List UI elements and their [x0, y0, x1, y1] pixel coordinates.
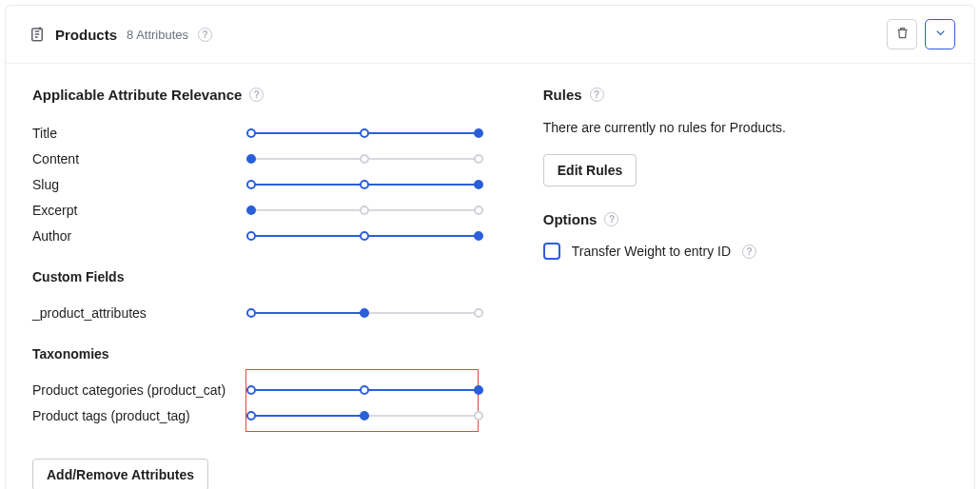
relevance-slider[interactable]	[251, 305, 479, 321]
relevance-slider[interactable]	[251, 151, 479, 166]
help-icon[interactable]	[249, 88, 264, 102]
relevance-section-title: Applicable Attribute Relevance	[32, 87, 242, 103]
slider-stop[interactable]	[246, 385, 256, 395]
attribute-label: Excerpt	[32, 203, 251, 218]
slider-stop[interactable]	[246, 231, 256, 241]
taxonomies-list: Product categories (product_cat)Product …	[32, 377, 479, 428]
relevance-section-title-row: Applicable Attribute Relevance	[32, 87, 479, 103]
slider-stop[interactable]	[474, 385, 483, 395]
transfer-weight-label: Transfer Weight to entry ID	[572, 244, 731, 259]
trash-icon	[895, 26, 910, 43]
relevance-slider[interactable]	[251, 382, 479, 398]
slider-stop[interactable]	[246, 180, 256, 189]
help-icon[interactable]	[742, 244, 756, 259]
slider-stop[interactable]	[474, 205, 483, 215]
relevance-slider[interactable]	[251, 203, 479, 218]
slider-stop[interactable]	[360, 231, 369, 241]
slider-stop[interactable]	[474, 308, 483, 318]
attribute-row: Content	[32, 146, 479, 171]
custom-fields-title: Custom Fields	[32, 269, 479, 284]
attribute-label: Slug	[32, 177, 251, 192]
edit-rules-button[interactable]: Edit Rules	[543, 154, 637, 186]
panel-title: Products	[55, 27, 117, 43]
help-icon[interactable]	[590, 88, 604, 102]
products-panel: Products 8 Attributes	[5, 5, 975, 489]
transfer-weight-row: Transfer Weight to entry ID	[543, 243, 948, 260]
slider-stop[interactable]	[246, 128, 256, 138]
attribute-label: Product tags (product_tag)	[32, 408, 251, 423]
delete-button[interactable]	[887, 19, 917, 49]
panel-header-actions	[887, 19, 955, 49]
relevance-slider[interactable]	[251, 126, 479, 141]
help-icon[interactable]	[604, 212, 618, 226]
attribute-label: Content	[32, 151, 251, 166]
add-remove-row: Add/Remove Attributes	[32, 459, 479, 489]
rules-column: Rules There are currently no rules for P…	[536, 87, 948, 489]
attribute-label: Author	[32, 228, 251, 244]
slider-stop[interactable]	[360, 411, 369, 421]
post-type-icon	[29, 26, 46, 43]
slider-stop[interactable]	[360, 128, 369, 138]
transfer-weight-checkbox[interactable]	[543, 243, 560, 260]
add-remove-attributes-button[interactable]: Add/Remove Attributes	[32, 459, 208, 489]
attribute-row: Title	[32, 120, 479, 146]
attribute-row: Slug	[32, 171, 479, 197]
relevance-column: Applicable Attribute Relevance TitleCont…	[32, 87, 479, 489]
attribute-row: Product categories (product_cat)	[32, 377, 479, 402]
options-section-title-row: Options	[543, 211, 948, 227]
slider-stop[interactable]	[246, 205, 256, 215]
attribute-label: Title	[32, 126, 251, 141]
attribute-row: Product tags (product_tag)	[32, 402, 479, 428]
attribute-row: _product_attributes	[32, 300, 479, 325]
taxonomies-title: Taxonomies	[32, 346, 479, 362]
slider-stop[interactable]	[360, 154, 369, 164]
help-icon[interactable]	[198, 28, 212, 42]
slider-stop[interactable]	[474, 128, 483, 138]
attribute-row: Author	[32, 223, 479, 248]
slider-stop[interactable]	[360, 308, 369, 318]
slider-stop[interactable]	[246, 411, 256, 421]
slider-stop[interactable]	[474, 154, 483, 164]
slider-stop[interactable]	[246, 308, 256, 318]
rules-section-title-row: Rules	[543, 87, 948, 103]
attribute-row: Excerpt	[32, 197, 479, 223]
collapse-toggle-button[interactable]	[925, 19, 955, 49]
attribute-label: Product categories (product_cat)	[32, 382, 251, 398]
rules-empty-text: There are currently no rules for Product…	[543, 120, 948, 135]
slider-stop[interactable]	[360, 205, 369, 215]
rules-section-title: Rules	[543, 87, 582, 103]
relevance-slider[interactable]	[251, 228, 479, 244]
attribute-count: 8 Attributes	[127, 28, 188, 42]
panel-body: Applicable Attribute Relevance TitleCont…	[6, 64, 974, 489]
slider-stop[interactable]	[474, 180, 483, 189]
chevron-down-icon	[933, 26, 948, 43]
attribute-label: _product_attributes	[32, 305, 251, 321]
slider-stop[interactable]	[246, 154, 256, 164]
panel-header: Products 8 Attributes	[6, 6, 974, 64]
slider-stop[interactable]	[474, 411, 483, 421]
relevance-slider[interactable]	[251, 177, 479, 192]
options-section-title: Options	[543, 211, 598, 227]
slider-stop[interactable]	[360, 180, 369, 189]
relevance-slider[interactable]	[251, 408, 479, 423]
custom-fields-list: _product_attributes	[32, 300, 479, 325]
slider-stop[interactable]	[360, 385, 369, 395]
attributes-list: TitleContentSlugExcerptAuthor	[32, 120, 479, 248]
slider-stop[interactable]	[474, 231, 483, 241]
panel-header-left: Products 8 Attributes	[29, 26, 212, 43]
